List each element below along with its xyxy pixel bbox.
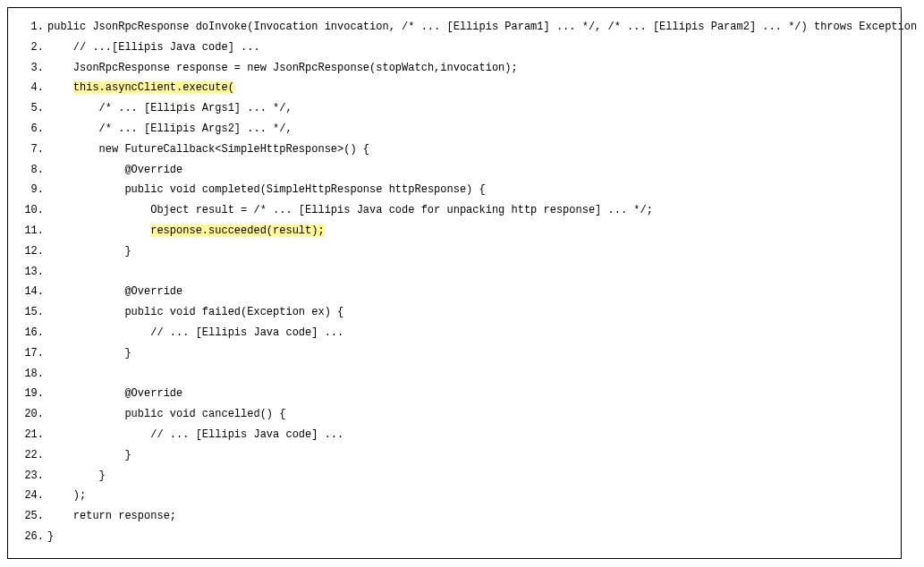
line-number: 15. [19,302,44,323]
code-content: public void cancelled() { [47,404,285,425]
code-line: 3. JsonRpcResponse response = new JsonRp… [19,58,890,79]
code-lines-container: 1.public JsonRpcResponse doInvoke(Invoca… [19,17,890,547]
line-number: 18. [19,364,44,385]
code-line: 2. // ...[Ellipis Java code] ... [19,38,890,58]
code-line: 17. } [19,343,890,364]
line-number: 23. [19,466,44,487]
line-number: 24. [19,486,44,506]
code-indent [47,510,73,522]
line-number: 25. [19,506,44,527]
line-number: 6. [19,119,44,140]
code-content: // ...[Ellipis Java code] ... [47,38,260,58]
line-number: 2. [19,38,44,58]
code-indent [47,489,73,502]
line-number: 13. [19,262,44,283]
code-indent [47,347,124,360]
line-number: 20. [19,404,44,425]
code-indent [47,428,150,441]
line-number: 5. [19,98,44,119]
line-number: 14. [19,282,44,302]
code-text: return response; [73,510,176,522]
code-line: 26.} [19,527,890,547]
code-indent [47,123,99,135]
code-content: new FutureCallback<SimpleHttpResponse>()… [47,140,369,160]
code-text: @Override [124,387,182,400]
code-content: // ... [Ellipis Java code] ... [47,323,343,343]
code-text: /* ... [Ellipis Args1] ... */, [99,102,292,114]
code-text: public void cancelled() { [124,408,285,420]
code-content: } [47,241,131,262]
code-content: /* ... [Ellipis Args2] ... */, [47,119,292,140]
code-content: public void failed(Exception ex) { [47,302,343,323]
code-line: 8. @Override [19,160,890,181]
code-line: 6. /* ... [Ellipis Args2] ... */, [19,119,890,140]
code-indent [47,41,73,54]
code-text: } [124,347,131,360]
code-line: 22. } [19,445,890,466]
code-content: JsonRpcResponse response = new JsonRpcRe… [47,58,518,79]
code-line: 20. public void cancelled() { [19,404,890,425]
line-number: 10. [19,200,44,221]
line-number: 9. [19,180,44,200]
line-number: 8. [19,160,44,181]
code-content: public void completed(SimpleHttpResponse… [47,180,486,200]
code-listing-box: 1.public JsonRpcResponse doInvoke(Invoca… [7,7,902,559]
code-content: Object result = /* ... [Ellipis Java cod… [47,200,653,221]
code-line: 11. response.succeeded(result); [19,221,890,241]
code-line: 16. // ... [Ellipis Java code] ... [19,323,890,343]
code-indent [47,326,150,339]
code-text: // ... [Ellipis Java code] ... [150,428,343,441]
code-text: } [99,470,106,482]
line-number: 26. [19,527,44,547]
code-indent [47,408,124,420]
line-number: 22. [19,445,44,466]
code-text: // ...[Ellipis Java code] ... [73,41,260,54]
line-number: 17. [19,343,44,364]
code-line: 14. @Override [19,282,890,302]
code-indent [47,224,150,237]
line-number: 16. [19,323,44,343]
code-text: /* ... [Ellipis Args2] ... */, [99,123,292,135]
code-indent [47,204,150,216]
code-text: new FutureCallback<SimpleHttpResponse>()… [99,143,369,156]
code-line: 25. return response; [19,506,890,527]
code-indent [47,245,124,258]
code-content: } [47,527,54,547]
code-text: @Override [124,164,182,176]
code-text: public void failed(Exception ex) { [124,306,343,318]
code-content: @Override [47,282,182,302]
code-content: ); [47,486,86,506]
line-number: 12. [19,241,44,262]
line-number: 4. [19,78,44,98]
line-number: 11. [19,221,44,241]
code-line: 1.public JsonRpcResponse doInvoke(Invoca… [19,17,890,38]
code-highlight: this.asyncClient.execute( [73,81,234,94]
code-line: 15. public void failed(Exception ex) { [19,302,890,323]
line-number: 19. [19,384,44,404]
code-content: } [47,343,131,364]
code-indent [47,102,99,114]
line-number: 21. [19,425,44,445]
code-indent [47,183,124,196]
code-highlight: response.succeeded(result); [150,224,324,237]
line-number: 7. [19,140,44,160]
code-line: 18. [19,364,890,385]
code-indent [47,81,73,94]
code-line: 10. Object result = /* ... [Ellipis Java… [19,200,890,221]
code-content: @Override [47,384,182,404]
code-text: Object result = /* ... [Ellipis Java cod… [150,204,653,216]
code-indent [47,62,73,74]
code-content: response.succeeded(result); [47,221,325,241]
code-text: public void completed(SimpleHttpResponse… [124,183,485,196]
code-indent [47,387,124,400]
code-indent [47,449,124,461]
code-line: 12. } [19,241,890,262]
code-text: JsonRpcResponse response = new JsonRpcRe… [73,62,518,74]
code-indent [47,470,99,482]
code-content: // ... [Ellipis Java code] ... [47,425,343,445]
code-content: @Override [47,160,182,181]
code-line: 13. [19,262,890,283]
code-text: @Override [124,285,182,298]
code-line: 9. public void completed(SimpleHttpRespo… [19,180,890,200]
code-line: 19. @Override [19,384,890,404]
